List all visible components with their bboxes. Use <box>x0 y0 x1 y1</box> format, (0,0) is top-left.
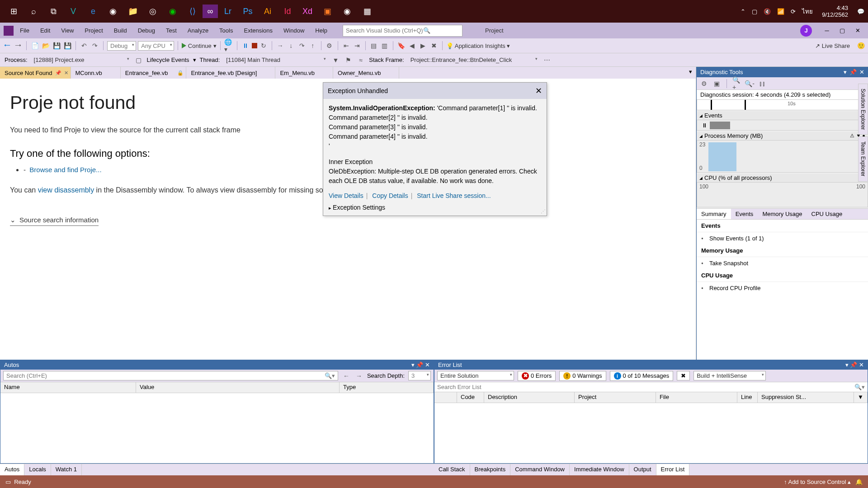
select-tools-icon[interactable]: ▣ <box>712 79 721 88</box>
lightroom-icon[interactable]: Lr <box>218 2 238 20</box>
tab-events[interactable]: Events <box>731 209 758 219</box>
project-selector[interactable]: Project <box>479 25 509 36</box>
zoom-out-icon[interactable]: 🔍- <box>745 79 754 88</box>
show-events-button[interactable]: Show Events (1 of 1) <box>697 232 868 244</box>
source-combo[interactable]: Build + IntelliSense <box>693 371 766 380</box>
menu-test[interactable]: Test <box>161 25 181 36</box>
menu-extensions[interactable]: Extensions <box>239 25 277 36</box>
new-icon[interactable]: 📄 <box>30 41 39 50</box>
record-cpu-button[interactable]: Record CPU Profile <box>697 282 868 294</box>
comment-icon[interactable]: ▤ <box>369 41 378 50</box>
tab-source-not-found[interactable]: Source Not Found📌✕ <box>0 67 71 79</box>
zoom-in-icon[interactable]: 🔍+ <box>732 79 741 88</box>
maximize-button[interactable]: ▢ <box>835 25 849 37</box>
tab-em-menu[interactable]: Em_Menu.vb <box>275 67 333 79</box>
menu-edit[interactable]: Edit <box>36 25 55 36</box>
threads-icon[interactable]: ≈ <box>356 56 365 65</box>
clear-filter-icon[interactable]: ✖ <box>677 371 690 380</box>
tab-owner-menu[interactable]: Owner_Menu.vb <box>333 67 399 79</box>
filter-icon[interactable]: ▼ <box>854 392 868 403</box>
menu-file[interactable]: File <box>15 25 34 36</box>
open-icon[interactable]: 📂 <box>41 41 50 50</box>
step-out-icon[interactable]: ↑ <box>308 41 317 50</box>
resize-grip-icon[interactable]: ⋰ <box>541 209 546 215</box>
menu-tools[interactable]: Tools <box>215 25 237 36</box>
stop-icon[interactable] <box>252 43 257 48</box>
feedback-icon[interactable]: 🙂 <box>856 41 865 50</box>
tab-entrance-fee[interactable]: Entrance_fee.vb🔒 <box>121 67 187 79</box>
restart-icon[interactable]: ↻ <box>259 41 268 50</box>
search-input[interactable]: Search Visual Studio (Ctrl+Q) 🔍 <box>343 25 462 37</box>
menu-analyze[interactable]: Analyze <box>183 25 213 36</box>
tab-immediate-window[interactable]: Immediate Window <box>570 464 629 475</box>
menu-view[interactable]: View <box>57 25 78 36</box>
vs-taskbar-icon[interactable]: ∞ <box>203 5 218 18</box>
redo-icon[interactable]: ↷ <box>90 41 99 50</box>
window-pos-icon[interactable]: ▾ <box>844 69 847 75</box>
tab-entrance-fee-design[interactable]: Entrance_fee.vb [Design] <box>186 67 275 79</box>
debug-tool-icon[interactable]: ⚙ <box>325 41 334 50</box>
memory-header[interactable]: Process Memory (MB)⚠ ▼ ● <box>697 131 868 140</box>
steam-icon[interactable]: ◉ <box>337 2 357 20</box>
step-over-icon[interactable]: ↷ <box>297 41 307 50</box>
vscode-icon[interactable]: ⟨⟩ <box>183 2 203 20</box>
next-statement-icon[interactable]: → <box>276 41 285 50</box>
take-snapshot-button[interactable]: Take Snapshot <box>697 257 868 269</box>
tab-breakpoints[interactable]: Breakpoints <box>470 464 511 475</box>
bookmark-clear-icon[interactable]: ✖ <box>429 41 439 50</box>
tab-summary[interactable]: Summary <box>697 209 731 219</box>
menu-project[interactable]: Project <box>80 25 107 36</box>
bookmark-prev-icon[interactable]: ◀ <box>408 41 417 50</box>
tab-error-list[interactable]: Error List <box>656 464 690 475</box>
tab-memory-usage[interactable]: Memory Usage <box>758 209 807 219</box>
xampp-icon[interactable]: ▣ <box>317 2 337 20</box>
browse-link[interactable]: Browse and find Proje... <box>29 166 101 174</box>
save-icon[interactable]: 💾 <box>52 41 61 50</box>
obs-icon[interactable]: ◎ <box>143 2 163 20</box>
pause-icon[interactable]: ⏸ <box>241 41 250 50</box>
lifecycle-icon[interactable]: ▢ <box>134 56 143 65</box>
tab-call-stack[interactable]: Call Stack <box>434 464 470 475</box>
illustrator-icon[interactable]: Ai <box>258 2 278 20</box>
pin-icon[interactable]: 📌 <box>55 70 61 76</box>
pause-icon[interactable]: ⏸ <box>702 122 708 129</box>
errors-filter[interactable]: ✖0 Errors <box>518 371 556 381</box>
close-icon[interactable]: ✕ <box>859 69 864 75</box>
settings-icon[interactable]: ⚙ <box>699 79 708 88</box>
reset-zoom-icon[interactable]: ⫿⫿ <box>758 79 767 88</box>
copy-details-link[interactable]: Copy Details <box>372 192 408 199</box>
undo-icon[interactable]: ↶ <box>80 41 89 50</box>
close-button[interactable]: ✕ <box>851 25 864 37</box>
process-combo[interactable]: [12888] Project.exe <box>31 56 131 64</box>
overflow-icon[interactable]: ⋯ <box>542 56 552 65</box>
search-icon[interactable]: ⌕ <box>24 2 43 20</box>
filter-icon[interactable]: ▼ <box>331 56 340 65</box>
browser-select-icon[interactable]: 🌐▾ <box>224 41 233 50</box>
back-icon[interactable]: ⭠ <box>3 41 12 50</box>
app-v-icon[interactable]: V <box>63 2 83 20</box>
tray-wifi-icon[interactable]: 📶 <box>777 8 784 15</box>
nav-fwd-icon[interactable]: → <box>354 371 363 380</box>
tray-clock[interactable]: 4:43 9/12/2562 <box>819 5 851 18</box>
close-icon[interactable]: ✕ <box>64 70 68 76</box>
pin-icon[interactable]: 📌 <box>849 69 857 75</box>
thread-combo[interactable]: [11084] Main Thread <box>223 56 327 64</box>
scope-combo[interactable]: Entire Solution <box>437 371 514 380</box>
start-icon[interactable]: ⊞ <box>4 2 24 20</box>
errorlist-search-input[interactable]: Search Error List🔍▾ <box>434 382 868 392</box>
solution-explorer-tab[interactable]: Solution Explorer <box>858 84 868 135</box>
tab-output[interactable]: Output <box>629 464 656 475</box>
warnings-filter[interactable]: !0 Warnings <box>559 371 606 381</box>
tab-locals[interactable]: Locals <box>24 464 51 475</box>
liveshare-link[interactable]: Start Live Share session... <box>417 192 491 199</box>
bookmark-next-icon[interactable]: ▶ <box>419 41 428 50</box>
depth-combo[interactable]: 3 <box>408 371 431 380</box>
step-into-icon[interactable]: ↓ <box>287 41 296 50</box>
view-details-link[interactable]: View Details <box>329 192 363 199</box>
menu-build[interactable]: Build <box>109 25 132 36</box>
nav-back-icon[interactable]: ← <box>342 371 351 380</box>
exception-settings-expander[interactable]: Exception Settings <box>323 202 547 216</box>
source-control-button[interactable]: ↑ Add to Source Control ▴ <box>784 479 851 485</box>
flag-icon[interactable]: ⚑ <box>344 56 353 65</box>
tab-mconn[interactable]: MConn.vb <box>71 67 121 79</box>
